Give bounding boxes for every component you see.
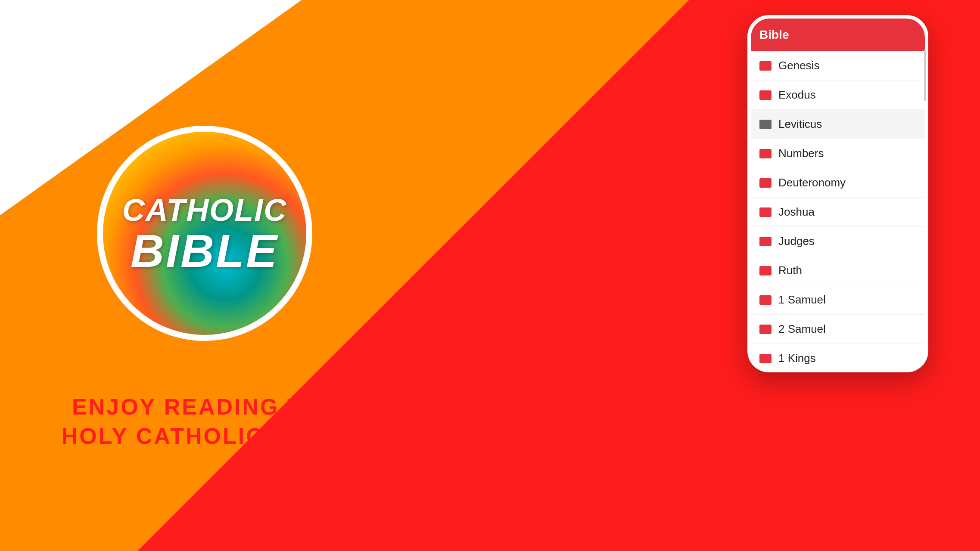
bible-book-name: 2 Samuel (778, 322, 826, 336)
folder-icon (759, 295, 772, 305)
folder-icon (759, 90, 772, 100)
phone-header: Bible (751, 19, 925, 51)
folder-icon (759, 61, 772, 71)
bible-book-name: Deuteronomy (778, 176, 846, 189)
bible-book-name: 1 Samuel (778, 293, 826, 306)
bible-book-name: Judges (778, 235, 815, 248)
bible-book-name: Exodus (778, 88, 816, 102)
folder-icon (759, 149, 772, 158)
bible-list-item[interactable]: Joshua (751, 198, 925, 227)
tagline-line1: ENJOY READING THE (62, 393, 348, 422)
bible-list-item[interactable]: Judges (751, 227, 925, 256)
bible-book-name: 1 Kings (778, 352, 816, 365)
bible-list-item[interactable]: 1 Kings (751, 344, 925, 369)
scrollbar[interactable] (924, 50, 926, 101)
bible-list-item[interactable]: Deuteronomy (751, 168, 925, 198)
folder-icon (759, 354, 772, 363)
folder-icon (759, 325, 772, 334)
app-logo: Catholic BIBLE (97, 126, 312, 341)
folder-icon (759, 178, 772, 188)
bible-list-item[interactable]: Exodus (751, 80, 925, 110)
bible-list-item[interactable]: Numbers (751, 139, 925, 168)
logo-text-bible: BIBLE (131, 228, 279, 274)
folder-icon (759, 120, 772, 129)
bible-book-name: Numbers (778, 147, 824, 160)
folder-icon (759, 207, 772, 217)
logo-text-catholic: Catholic (122, 192, 287, 228)
phone-mockup: Bible GenesisExodusLeviticusNumbersDeute… (747, 15, 928, 372)
bible-book-name: Joshua (778, 205, 815, 219)
bible-list-item[interactable]: 1 Samuel (751, 285, 925, 315)
bible-book-name: Ruth (778, 264, 802, 277)
bible-book-name: Leviticus (778, 118, 822, 131)
bible-list-item[interactable]: 2 Samuel (751, 315, 925, 344)
phone-inner: Bible GenesisExodusLeviticusNumbersDeute… (751, 19, 925, 369)
left-content: Catholic BIBLE ENJOY READING THE HOLY CA… (0, 0, 409, 551)
phone-outer: Bible GenesisExodusLeviticusNumbersDeute… (747, 15, 928, 372)
bible-list-item[interactable]: Genesis (751, 51, 925, 80)
bible-list-item[interactable]: Leviticus (751, 110, 925, 139)
folder-icon (759, 266, 772, 276)
folder-icon (759, 237, 772, 246)
bible-list[interactable]: GenesisExodusLeviticusNumbersDeuteronomy… (751, 51, 925, 369)
tagline-line2: HOLY CATHOLIC BIBLE (62, 422, 348, 451)
tagline: ENJOY READING THE HOLY CATHOLIC BIBLE (62, 393, 348, 451)
bible-book-name: Genesis (778, 59, 819, 72)
bible-list-item[interactable]: Ruth (751, 256, 925, 285)
phone-header-title: Bible (759, 28, 789, 42)
